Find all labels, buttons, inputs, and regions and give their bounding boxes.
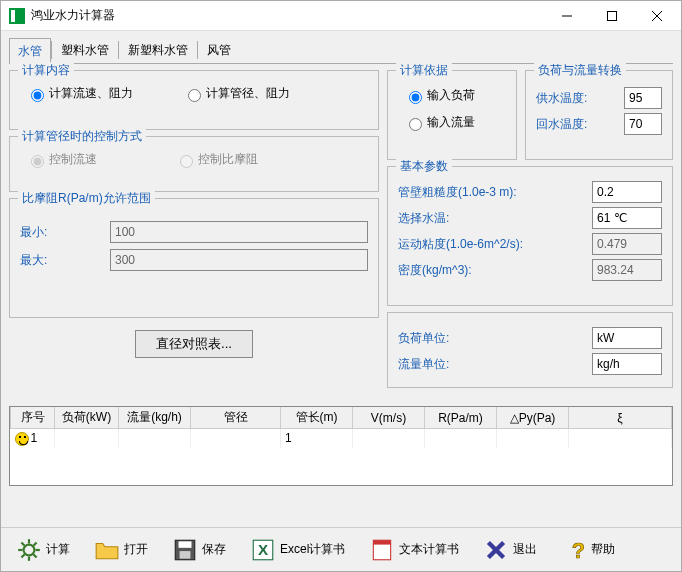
group-conv-title: 负荷与流量转换 [534,62,626,79]
tabs: 水管 塑料水管 新塑料水管 风管 [9,37,673,64]
tab-new-plastic-pipe[interactable]: 新塑料水管 [119,37,197,63]
load-unit-input[interactable] [592,327,662,349]
tab-water-pipe[interactable]: 水管 [9,38,51,64]
table-row[interactable]: 1 1 [11,429,672,448]
group-calc-content-title: 计算内容 [18,62,74,79]
open-button[interactable]: 打开 [85,532,157,568]
density-input [592,259,662,281]
return-temp-label: 回水温度: [536,116,616,133]
svg-text:X: X [258,541,268,558]
text-report-button[interactable]: 文本计算书 [360,532,468,568]
app-icon [9,8,25,24]
max-label: 最大: [20,252,110,269]
svg-rect-19 [374,540,391,544]
svg-line-9 [21,542,24,545]
min-input [110,221,368,243]
diameter-table-button[interactable]: 直径对照表... [135,330,253,358]
question-icon: ? [561,537,587,563]
min-label: 最小: [20,224,110,241]
notebook-icon [369,537,395,563]
radio-calc-velocity[interactable]: 计算流速、阻力 [26,85,133,102]
excel-report-button[interactable]: X Excel计算书 [241,532,354,568]
radio-calc-diameter[interactable]: 计算管径、阻力 [183,85,290,102]
viscosity-label: 运动粘度(1.0e-6m^2/s): [398,236,584,253]
radio-ctrl-friction: 控制比摩阻 [175,151,258,168]
close-button[interactable] [634,2,679,30]
folder-icon [94,537,120,563]
svg-rect-1 [607,11,616,20]
save-button[interactable]: 保存 [163,532,235,568]
svg-rect-15 [180,551,191,559]
svg-line-10 [33,554,36,557]
excel-icon: X [250,537,276,563]
group-friction-range-title: 比摩阻R(Pa/m)允许范围 [18,190,155,207]
tab-plastic-pipe[interactable]: 塑料水管 [52,37,118,63]
supply-temp-label: 供水温度: [536,90,616,107]
tab-air-duct[interactable]: 风管 [198,37,240,63]
calc-button[interactable]: 计算 [7,532,79,568]
svg-line-12 [33,542,36,545]
help-button[interactable]: ? 帮助 [552,532,624,568]
load-unit-label: 负荷单位: [398,330,584,347]
radio-input-flow[interactable]: 输入流量 [404,114,500,131]
gear-icon [16,537,42,563]
density-label: 密度(kg/m^3): [398,262,584,279]
select-temp-label: 选择水温: [398,210,584,227]
radio-ctrl-velocity: 控制流速 [26,151,97,168]
window-title: 鸿业水力计算器 [31,7,115,24]
radio-input-load[interactable]: 输入负荷 [404,87,500,104]
results-table[interactable]: 序号 负荷(kW) 流量(kg/h) 管径 管长(m) V(m/s) R(Pa/… [9,406,673,486]
svg-rect-14 [179,541,192,548]
maximize-button[interactable] [589,2,634,30]
x-icon [483,537,509,563]
return-temp-input[interactable] [624,113,662,135]
flow-unit-label: 流量单位: [398,356,584,373]
group-basis-title: 计算依据 [396,62,452,79]
svg-point-4 [24,544,35,555]
supply-temp-input[interactable] [624,87,662,109]
viscosity-input [592,233,662,255]
roughness-label: 管壁粗糙度(1.0e-3 m): [398,184,584,201]
floppy-icon [172,537,198,563]
flow-unit-input[interactable] [592,353,662,375]
group-ctrl-mode-title: 计算管径时的控制方式 [18,128,146,145]
max-input [110,249,368,271]
group-params-title: 基本参数 [396,158,452,175]
exit-button[interactable]: 退出 [474,532,546,568]
minimize-button[interactable] [544,2,589,30]
svg-text:?: ? [572,537,585,562]
roughness-input[interactable] [592,181,662,203]
svg-line-11 [21,554,24,557]
select-temp-input[interactable] [592,207,662,229]
smile-icon [15,432,29,446]
